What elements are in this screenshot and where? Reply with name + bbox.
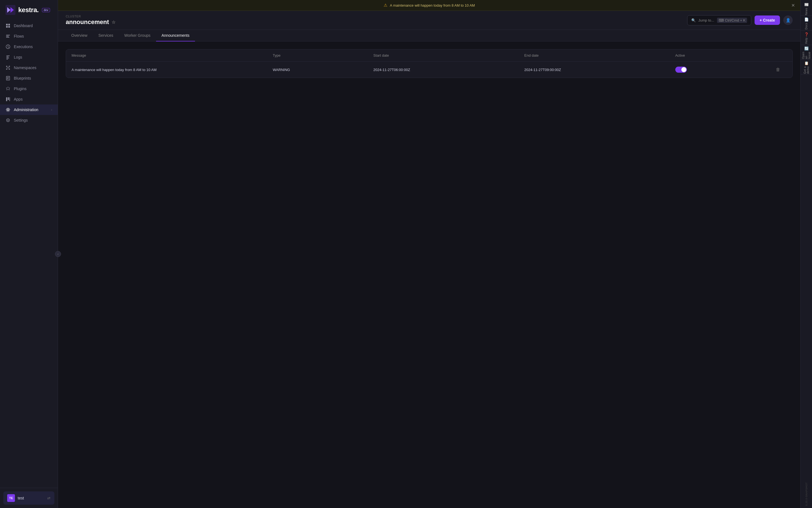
announcements-table: Message Type Start date End date Active … <box>66 49 793 78</box>
logo-area: kestra. dev <box>0 0 58 18</box>
row-delete-button[interactable]: 🗑 <box>776 67 787 72</box>
sidebar-item-logs[interactable]: Logs <box>0 52 58 62</box>
panel-section-demo: 📋 Get a demo <box>801 61 812 74</box>
tab-services[interactable]: Services <box>93 30 119 41</box>
docs-button[interactable]: 📄 Docs <box>802 18 811 29</box>
user-menu-button[interactable]: 👤 <box>783 15 793 25</box>
sidebar-item-label: Executions <box>14 44 33 49</box>
namespaces-icon <box>5 65 10 70</box>
svg-rect-5 <box>6 26 8 28</box>
sidebar-item-dashboard[interactable]: Dashboard <box>0 20 58 31</box>
col-actions <box>776 53 787 57</box>
table-header: Message Type Start date End date Active <box>66 49 793 61</box>
svg-point-16 <box>9 66 10 67</box>
svg-point-19 <box>7 67 9 68</box>
col-end-date: End date <box>524 53 675 57</box>
warning-icon: ⚠ <box>384 3 387 8</box>
banner-text: A maintenance will happen today from 8 A… <box>390 3 475 7</box>
help-label: Help <box>805 38 808 44</box>
svg-rect-27 <box>7 79 9 79</box>
row-end-date: 2024-11-27T09:00:00Z <box>524 68 675 72</box>
tab-announcements[interactable]: Announcements <box>156 30 195 41</box>
blueprints-icon <box>5 76 10 81</box>
col-active: Active <box>675 53 776 57</box>
sidebar-item-label: Plugins <box>14 86 27 91</box>
sidebar-footer: TE test ⇄ <box>0 488 58 508</box>
sidebar-item-namespaces[interactable]: Namespaces <box>0 62 58 73</box>
user-icon: 👤 <box>786 18 791 23</box>
administration-icon <box>5 107 10 112</box>
executions-icon <box>5 44 10 49</box>
sidebar-item-executions[interactable]: Executions <box>0 41 58 52</box>
create-button[interactable]: + Create <box>755 15 780 25</box>
svg-rect-9 <box>6 37 9 38</box>
svg-rect-28 <box>6 97 7 101</box>
header-left: Cluster announcement ☆ <box>66 15 115 26</box>
col-message: Message <box>71 53 273 57</box>
sidebar-item-label: Logs <box>14 55 22 59</box>
keyboard-shortcut-hint: ⌨ Ctrl/Cmd + K <box>717 18 747 23</box>
panel-section-issue: 🔄 Open an Issue <box>801 46 812 60</box>
open-issue-label: Open an Issue <box>802 52 811 59</box>
maintenance-banner: ⚠ A maintenance will happen today from 8… <box>58 0 800 11</box>
row-start-date: 2024-11-27T06:00:00Z <box>373 68 524 72</box>
svg-rect-12 <box>6 57 9 57</box>
user-badge[interactable]: TE test ⇄ <box>3 492 54 505</box>
sidebar-collapse-button[interactable]: ‹ <box>55 251 61 257</box>
svg-rect-6 <box>8 26 10 28</box>
svg-rect-26 <box>7 78 9 79</box>
nav-list: Dashboard Flows Executions Logs <box>0 18 58 488</box>
docs-icon: 📄 <box>804 17 809 22</box>
help-icon: ❓ <box>804 32 809 37</box>
row-active-toggle[interactable] <box>675 67 776 73</box>
svg-point-21 <box>8 69 8 69</box>
svg-point-17 <box>6 69 7 70</box>
svg-rect-4 <box>8 24 10 26</box>
tab-worker-groups[interactable]: Worker Groups <box>119 30 156 41</box>
dashboard-icon <box>5 23 10 28</box>
open-issue-icon: 🔄 <box>804 46 809 51</box>
sidebar-item-blueprints[interactable]: Blueprints <box>0 73 58 83</box>
search-box[interactable]: 🔍 Jump to... ⌨ Ctrl/Cmd + K <box>687 15 752 26</box>
svg-rect-29 <box>8 97 9 100</box>
tab-overview[interactable]: Overview <box>66 30 93 41</box>
sidebar-item-plugins[interactable]: Plugins <box>0 83 58 94</box>
administration-arrow: › <box>51 108 52 112</box>
user-name: test <box>18 496 24 500</box>
banner-close-button[interactable]: ✕ <box>791 3 795 8</box>
get-demo-button[interactable]: 📋 Get a demo <box>802 62 811 73</box>
sidebar-item-label: Blueprints <box>14 76 31 80</box>
row-type: WARNING <box>273 68 373 72</box>
svg-point-20 <box>8 66 8 67</box>
col-type: Type <box>273 53 373 57</box>
sidebar-item-administration[interactable]: Administration › <box>0 104 58 115</box>
help-button[interactable]: ❓ Help <box>802 33 811 43</box>
table-row: A maintenance will happen today from 8 A… <box>66 61 793 78</box>
sidebar-item-label: Namespaces <box>14 66 37 70</box>
header-right: 🔍 Jump to... ⌨ Ctrl/Cmd + K + Create 👤 <box>687 15 793 26</box>
col-start-date: Start date <box>373 53 524 57</box>
panel-section-docs: 📄 Docs <box>801 17 812 30</box>
search-icon: 🔍 <box>691 18 696 23</box>
plugins-icon <box>5 86 10 91</box>
dev-badge: dev <box>42 8 50 12</box>
get-demo-label: Get a demo <box>803 66 810 74</box>
sidebar-item-label: Dashboard <box>14 24 33 28</box>
favorite-button[interactable]: ☆ <box>111 19 115 25</box>
panel-section-help: ❓ Help <box>801 32 812 45</box>
svg-rect-3 <box>6 24 8 26</box>
search-placeholder: Jump to... <box>699 18 714 23</box>
news-button[interactable]: 📰 News <box>802 4 811 14</box>
sidebar-item-apps[interactable]: Apps <box>0 94 58 104</box>
open-issue-button[interactable]: 🔄 Open an Issue <box>802 48 811 58</box>
user-swap-icon: ⇄ <box>47 496 51 500</box>
docs-label: Docs <box>805 23 808 30</box>
sidebar-item-label: Apps <box>14 97 22 101</box>
kbd-icon: ⌨ <box>719 18 724 23</box>
sidebar-item-label: Settings <box>14 118 28 122</box>
svg-rect-13 <box>6 58 9 58</box>
sidebar-item-flows[interactable]: Flows <box>0 31 58 41</box>
sidebar-item-label: Administration <box>14 108 38 112</box>
tab-bar: Overview Services Worker Groups Announce… <box>58 30 800 41</box>
sidebar-item-settings[interactable]: Settings <box>0 115 58 125</box>
